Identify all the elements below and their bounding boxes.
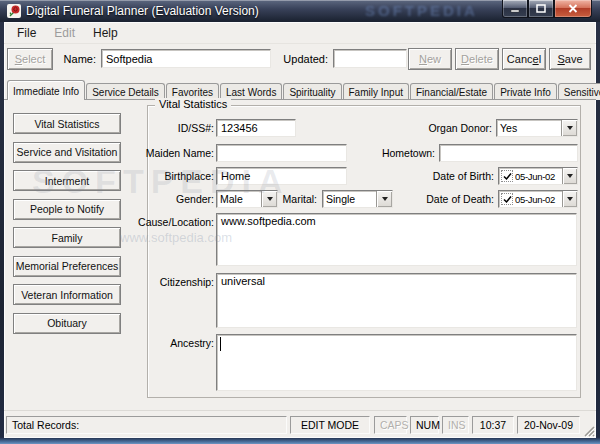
ancestry-textarea[interactable] bbox=[216, 334, 577, 391]
date-of-death-dropdown-button[interactable] bbox=[562, 191, 577, 207]
updated-input[interactable] bbox=[333, 49, 407, 68]
tab-sensitive[interactable]: Sensitive bbox=[558, 83, 600, 100]
ancestry-label: Ancestry: bbox=[132, 337, 214, 349]
hometown-input[interactable] bbox=[439, 144, 578, 162]
app-window: Digital Funeral Planner (Evaluation Vers… bbox=[0, 0, 600, 444]
sidebar-item-service-and-visitation[interactable]: Service and Visitation bbox=[13, 142, 121, 163]
tab-strip: Immediate Info Service Details Favorites… bbox=[4, 78, 596, 100]
tab-spirituality[interactable]: Spirituality bbox=[283, 83, 341, 100]
name-label: Name: bbox=[54, 53, 96, 65]
sidebar-item-interment[interactable]: Interment bbox=[13, 170, 121, 191]
id-ss-input[interactable] bbox=[216, 119, 296, 137]
check-icon bbox=[503, 195, 512, 204]
organ-donor-value: Yes bbox=[497, 120, 561, 136]
cause-location-label: Cause/Location: bbox=[132, 216, 214, 228]
minimize-button[interactable] bbox=[502, 0, 528, 18]
marital-value: Single bbox=[323, 191, 376, 207]
groupbox-title: Vital Statistics bbox=[155, 98, 231, 110]
window-frame-bottom bbox=[0, 437, 600, 444]
status-total-records: Total Records: bbox=[6, 416, 287, 434]
chevron-down-icon bbox=[567, 197, 573, 201]
tab-family-input[interactable]: Family Input bbox=[343, 83, 409, 100]
close-button[interactable] bbox=[554, 0, 592, 18]
sidebar-item-veteran-information[interactable]: Veteran Information bbox=[13, 284, 121, 305]
cancel-button[interactable]: Cancel bbox=[502, 48, 546, 70]
resize-grip[interactable] bbox=[583, 425, 595, 437]
client-area: File Edit Help Select Name: Updated: New… bbox=[4, 22, 596, 438]
tab-service-details[interactable]: Service Details bbox=[86, 83, 165, 100]
select-button[interactable]: Select bbox=[7, 48, 53, 70]
statusbar: Total Records: EDIT MODE CAPS NUM INS 10… bbox=[4, 410, 596, 438]
delete-button[interactable]: Delete bbox=[455, 48, 499, 70]
check-icon bbox=[503, 172, 512, 181]
status-caps: CAPS bbox=[374, 416, 407, 434]
sidebar: Vital Statistics Service and Visitation … bbox=[13, 113, 121, 334]
minimize-icon bbox=[510, 4, 520, 13]
tab-financial-estate[interactable]: Financial/Estate bbox=[410, 83, 493, 100]
citizenship-label: Citizenship: bbox=[132, 276, 214, 288]
marital-label: Marital: bbox=[267, 193, 317, 205]
date-of-death-checkbox[interactable] bbox=[501, 193, 513, 205]
sidebar-item-memorial-preferences[interactable]: Memorial Preferences bbox=[13, 256, 121, 277]
tab-immediate-info[interactable]: Immediate Info bbox=[7, 80, 85, 100]
close-icon bbox=[568, 4, 578, 13]
date-of-death-label: Date of Death: bbox=[374, 193, 494, 205]
tab-page-immediate-info: SOFTPEDIA www.softpedia.com Vital Statis… bbox=[4, 100, 596, 410]
date-of-birth-checkbox[interactable] bbox=[501, 170, 513, 182]
new-button[interactable]: New bbox=[408, 48, 452, 70]
status-date: 20-Nov-09 bbox=[517, 416, 580, 434]
id-ss-label: ID/SS#: bbox=[132, 122, 214, 134]
date-of-death-value: 05-Jun-02 bbox=[513, 191, 562, 207]
organ-donor-select[interactable]: Yes bbox=[496, 119, 578, 137]
date-of-birth-dropdown-button[interactable] bbox=[562, 168, 577, 184]
hometown-label: Hometown: bbox=[315, 147, 435, 159]
organ-donor-label: Organ Donor: bbox=[372, 122, 492, 134]
maiden-name-label: Maiden Name: bbox=[132, 147, 214, 159]
status-time: 10:37 bbox=[472, 416, 514, 434]
groupbox-vital-statistics: Vital Statistics ID/SS#: Organ Donor: Ye… bbox=[147, 105, 581, 398]
toolbar: Select Name: Updated: New Delete Cancel … bbox=[4, 44, 596, 78]
maximize-icon bbox=[536, 4, 546, 13]
birthplace-label: Birthplace: bbox=[132, 170, 214, 182]
cause-location-textarea[interactable]: www.softpedia.com bbox=[216, 213, 577, 266]
date-of-birth-value: 05-Jun-02 bbox=[513, 168, 562, 184]
status-num: NUM bbox=[410, 416, 439, 434]
save-button[interactable]: Save bbox=[549, 48, 591, 70]
sidebar-item-vital-statistics[interactable]: Vital Statistics bbox=[13, 113, 121, 134]
menu-item-file[interactable]: File bbox=[8, 23, 45, 43]
tab-private-info[interactable]: Private Info bbox=[494, 83, 557, 100]
updated-label: Updated: bbox=[276, 53, 328, 65]
date-of-death-picker[interactable]: 05-Jun-02 bbox=[498, 190, 578, 208]
menu-item-help[interactable]: Help bbox=[84, 23, 127, 43]
text-cursor bbox=[220, 337, 221, 351]
organ-donor-dropdown-button[interactable] bbox=[561, 120, 577, 136]
titlebar[interactable]: Digital Funeral Planner (Evaluation Vers… bbox=[0, 0, 600, 22]
menubar: File Edit Help bbox=[4, 22, 596, 44]
birthplace-input[interactable] bbox=[216, 167, 347, 185]
citizenship-textarea[interactable]: universal bbox=[216, 273, 577, 328]
status-edit-mode: EDIT MODE bbox=[290, 416, 370, 434]
maximize-button[interactable] bbox=[528, 0, 554, 18]
name-input[interactable] bbox=[101, 49, 271, 68]
date-of-birth-picker[interactable]: 05-Jun-02 bbox=[498, 167, 578, 185]
date-of-birth-label: Date of Birth: bbox=[374, 170, 494, 182]
gender-label: Gender: bbox=[132, 193, 214, 205]
window-title: Digital Funeral Planner (Evaluation Vers… bbox=[26, 0, 259, 22]
status-ins: INS bbox=[442, 416, 469, 434]
sidebar-item-people-to-notify[interactable]: People to Notify bbox=[13, 199, 121, 220]
chevron-down-icon bbox=[567, 126, 573, 130]
gender-value: Male bbox=[217, 191, 261, 207]
app-icon-rose bbox=[7, 4, 21, 18]
chevron-down-icon bbox=[567, 174, 573, 178]
sidebar-item-family[interactable]: Family bbox=[13, 227, 121, 248]
sidebar-item-obituary[interactable]: Obituary bbox=[13, 313, 121, 334]
window-controls bbox=[502, 0, 592, 18]
menu-item-edit[interactable]: Edit bbox=[45, 23, 84, 43]
